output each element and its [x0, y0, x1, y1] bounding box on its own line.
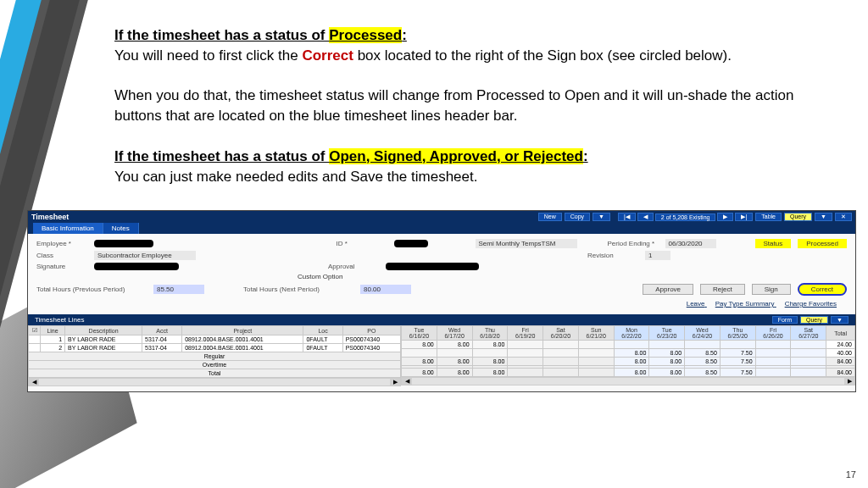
- hour-cell[interactable]: 8.00: [649, 349, 685, 358]
- hour-cell[interactable]: [578, 369, 614, 377]
- hour-cell[interactable]: 8.00: [614, 369, 649, 377]
- hour-cell[interactable]: [720, 341, 755, 349]
- status-label: Status: [755, 239, 792, 248]
- charge-favorites-link[interactable]: Charge Favorites: [785, 300, 837, 308]
- new-button[interactable]: New: [538, 213, 562, 221]
- hour-cell[interactable]: [508, 349, 543, 358]
- first-icon[interactable]: |◀: [618, 213, 636, 221]
- dropdown-icon[interactable]: ▼: [593, 213, 610, 221]
- hour-cell[interactable]: [791, 358, 826, 366]
- last-icon[interactable]: ▶|: [735, 213, 753, 221]
- dropdown-icon[interactable]: ▼: [815, 213, 832, 221]
- hour-cell[interactable]: 8.00: [649, 369, 685, 377]
- hour-cell[interactable]: [508, 341, 543, 349]
- approval-label: Approval: [328, 263, 379, 270]
- hour-cell[interactable]: 7.50: [720, 358, 755, 366]
- row-total: 84.00: [826, 369, 855, 377]
- hour-cell[interactable]: 8.00: [649, 358, 685, 366]
- hour-cell[interactable]: [402, 349, 437, 358]
- status-value: Processed: [798, 239, 847, 248]
- lines-form-button[interactable]: Form: [772, 316, 798, 324]
- employee-value-redacted: [94, 240, 153, 247]
- hour-cell[interactable]: 8.00: [437, 341, 472, 349]
- signature-label: Signature: [36, 263, 87, 270]
- hour-cell[interactable]: [791, 349, 826, 358]
- hour-cell[interactable]: [685, 341, 721, 349]
- period-ending-value[interactable]: 06/30/2020: [665, 239, 716, 248]
- hour-cell[interactable]: 8.00: [614, 349, 649, 358]
- correct-button[interactable]: Correct: [798, 283, 847, 296]
- reject-button[interactable]: Reject: [700, 284, 745, 295]
- hour-cell[interactable]: [437, 349, 472, 358]
- col-date: Sat6/27/20: [791, 326, 826, 341]
- h-scrollbar-left[interactable]: ◀▶: [28, 378, 401, 386]
- dropdown-icon[interactable]: ▼: [831, 316, 849, 324]
- hour-cell[interactable]: [791, 369, 826, 377]
- hour-cell[interactable]: [791, 341, 826, 349]
- close-icon[interactable]: ✕: [835, 213, 852, 221]
- hour-cell[interactable]: 7.50: [720, 349, 755, 358]
- hour-cell[interactable]: [508, 369, 543, 377]
- hour-cell[interactable]: 8.50: [685, 369, 721, 377]
- col-date: Thu6/18/20: [472, 326, 508, 341]
- hour-cell[interactable]: 8.50: [685, 358, 721, 366]
- hour-cell[interactable]: [649, 341, 685, 349]
- hour-cell[interactable]: [543, 341, 579, 349]
- hour-cell[interactable]: 8.00: [402, 341, 437, 349]
- signature-value-redacted: [94, 263, 179, 270]
- pay-type-summary-link[interactable]: Pay Type Summary: [715, 300, 775, 308]
- hour-cell[interactable]: [543, 358, 579, 366]
- hour-cell[interactable]: [578, 358, 614, 366]
- table-button[interactable]: Table: [755, 213, 782, 221]
- app-title: Timesheet: [31, 213, 69, 221]
- hour-cell[interactable]: [755, 358, 791, 366]
- hour-cell[interactable]: [755, 349, 791, 358]
- hour-cell[interactable]: 8.00: [472, 341, 508, 349]
- lines-title: Timesheet Lines: [35, 316, 84, 324]
- col-date: Thu6/25/20: [720, 326, 755, 341]
- hour-cell[interactable]: [578, 349, 614, 358]
- hour-cell[interactable]: 8.00: [402, 358, 437, 366]
- class-label: Class: [36, 252, 87, 259]
- hour-cell[interactable]: 8.00: [437, 358, 472, 366]
- employee-label: Employee *: [36, 240, 87, 247]
- heading2-status: Open, Signed, Approved, or Rejected: [329, 148, 583, 164]
- hour-cell[interactable]: 8.00: [437, 369, 472, 377]
- approve-button[interactable]: Approve: [643, 284, 693, 295]
- hour-cell[interactable]: [508, 358, 543, 366]
- next-icon[interactable]: ▶: [717, 213, 733, 221]
- total-label: Total: [29, 369, 401, 378]
- query-button[interactable]: Query: [784, 213, 812, 221]
- hour-cell[interactable]: 8.00: [614, 358, 649, 366]
- leave-link[interactable]: Leave: [687, 300, 705, 308]
- sign-button[interactable]: Sign: [752, 284, 791, 295]
- heading2-colon: :: [583, 148, 588, 164]
- table-row[interactable]: 2 BY LABOR RADE 5317-04 08912.0004.BASE.…: [29, 344, 401, 352]
- hour-cell[interactable]: [472, 349, 508, 358]
- p1-b: box located to the right of the Sign box…: [353, 47, 732, 64]
- hour-cell[interactable]: 8.00: [402, 369, 437, 377]
- hour-cell[interactable]: [614, 341, 649, 349]
- hour-cell[interactable]: [543, 349, 579, 358]
- prev-hours-label: Total Hours (Previous Period): [36, 286, 147, 293]
- hour-cell[interactable]: 8.50: [685, 349, 721, 358]
- hour-cell[interactable]: 8.00: [472, 358, 508, 366]
- lines-query-button[interactable]: Query: [800, 316, 828, 324]
- prev-icon[interactable]: ◀: [637, 213, 654, 221]
- heading1-status: Processed: [329, 27, 402, 43]
- schedule-field[interactable]: Semi Monthly TempsTSM: [476, 239, 577, 248]
- tab-notes[interactable]: Notes: [103, 223, 139, 234]
- hour-cell[interactable]: [755, 341, 791, 349]
- tab-basic-info[interactable]: Basic Information: [33, 223, 103, 234]
- hour-cell[interactable]: [578, 341, 614, 349]
- hour-cell[interactable]: [543, 369, 579, 377]
- regular-label: Regular: [29, 352, 401, 361]
- class-value[interactable]: Subcontractor Employee: [94, 251, 196, 260]
- hour-cell[interactable]: 7.50: [720, 369, 755, 377]
- hour-cell[interactable]: [755, 369, 791, 377]
- col-date: Tue6/16/20: [402, 326, 437, 341]
- copy-button[interactable]: Copy: [565, 213, 590, 221]
- hour-cell[interactable]: 8.00: [472, 369, 508, 377]
- table-row[interactable]: 1 BY LABOR RADE 5317-04 08912.0004.BASE.…: [29, 336, 401, 344]
- h-scrollbar-right[interactable]: ◀▶: [401, 377, 855, 385]
